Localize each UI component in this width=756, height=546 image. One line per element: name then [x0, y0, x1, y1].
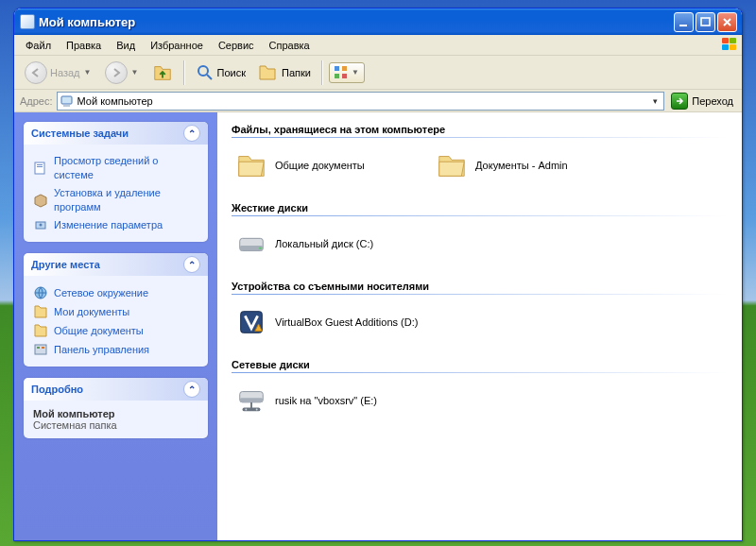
collapse-icon: ⌃	[183, 256, 200, 273]
system-tasks-title: Системные задачи	[31, 128, 129, 139]
my-computer-small-icon	[60, 94, 75, 109]
other-places-title: Другие места	[31, 259, 100, 270]
my-computer-icon	[20, 14, 35, 29]
back-arrow-icon	[25, 61, 47, 84]
titlebar[interactable]: Мой компьютер	[14, 9, 742, 35]
toolbar: Назад ▼ ▼ Поиск Папки ▼	[14, 56, 742, 90]
svg-rect-7	[61, 96, 72, 104]
network-icon	[33, 285, 48, 300]
details-name: Мой компьютер	[33, 408, 198, 419]
address-label: Адрес:	[20, 95, 53, 107]
go-button[interactable]: Переход	[668, 92, 736, 111]
search-button[interactable]: Поиск	[191, 60, 250, 85]
category-items: Локальный диск (C:)	[232, 222, 729, 275]
maximize-button[interactable]	[696, 12, 715, 32]
collapse-icon: ⌃	[183, 125, 200, 142]
system-tasks-header[interactable]: Системные задачи ⌃	[24, 122, 208, 145]
content-pane: Файлы, хранящиеся на этом компьютереОбщи…	[217, 112, 742, 540]
menubar: Файл Правка Вид Избранное Сервис Справка	[14, 35, 742, 56]
place-control-panel[interactable]: Панель управления	[33, 340, 198, 359]
category-items: Общие документыДокументы - Admin	[232, 144, 729, 196]
file-item-label: Общие документы	[275, 160, 365, 171]
svg-point-20	[259, 247, 261, 248]
back-button[interactable]: Назад ▼	[20, 59, 97, 87]
shared-folder-icon	[33, 323, 48, 338]
box-icon	[33, 193, 48, 208]
forward-dropdown-icon[interactable]: ▼	[130, 68, 140, 77]
menu-edit[interactable]: Правка	[59, 38, 109, 53]
folders-button[interactable]: Папки	[253, 60, 316, 85]
details-type: Системная папка	[33, 419, 198, 431]
folder-icon	[235, 149, 267, 181]
up-button[interactable]	[147, 60, 178, 86]
svg-rect-24	[243, 408, 261, 412]
views-button[interactable]: ▼	[329, 62, 365, 83]
folder-icon	[436, 149, 468, 181]
file-item[interactable]: Общие документы	[233, 147, 422, 183]
forward-button[interactable]: ▼	[100, 59, 145, 87]
menu-help[interactable]: Справка	[262, 38, 318, 53]
views-dropdown-icon[interactable]: ▼	[351, 68, 360, 77]
svg-rect-11	[37, 166, 43, 167]
details-header[interactable]: Подробно ⌃	[24, 378, 208, 401]
svg-rect-5	[335, 74, 339, 78]
explorer-window: Мой компьютер Файл Правка Вид Избранное …	[13, 8, 743, 541]
details-title: Подробно	[31, 384, 83, 395]
file-item-label: Документы - Admin	[475, 160, 568, 171]
system-tasks-panel: Системные задачи ⌃ Просмотр сведений о с…	[24, 122, 208, 242]
documents-icon	[33, 304, 48, 319]
svg-point-26	[256, 409, 258, 411]
category-header: Устройства со съемными носителями	[232, 281, 729, 297]
details-panel: Подробно ⌃ Мой компьютер Системная папка	[24, 378, 208, 438]
window-title: Мой компьютер	[39, 15, 135, 29]
window-body: Системные задачи ⌃ Просмотр сведений о с…	[14, 112, 742, 540]
address-input[interactable]: Мой компьютер ▾	[57, 92, 665, 111]
close-button[interactable]	[717, 12, 737, 32]
svg-point-25	[245, 409, 247, 411]
svg-rect-1	[701, 18, 710, 26]
svg-rect-4	[342, 66, 347, 71]
toolbar-separator	[321, 60, 323, 85]
folder-up-icon	[152, 62, 173, 83]
svg-rect-8	[63, 105, 70, 107]
svg-rect-16	[37, 347, 40, 349]
menu-favorites[interactable]: Избранное	[143, 38, 211, 53]
file-item[interactable]: Локальный диск (C:)	[233, 226, 422, 262]
file-item[interactable]: VirtualBox Guest Additions (D:)	[233, 304, 422, 340]
address-dropdown-icon[interactable]: ▾	[648, 96, 662, 106]
go-arrow-icon	[671, 93, 688, 110]
svg-rect-15	[35, 345, 46, 354]
svg-rect-9	[35, 162, 44, 174]
menu-tools[interactable]: Сервис	[211, 38, 262, 53]
hdd-icon	[235, 228, 267, 260]
folders-icon	[258, 63, 279, 82]
file-item-label: VirtualBox Guest Additions (D:)	[275, 316, 418, 328]
vbox-icon	[235, 306, 267, 338]
back-dropdown-icon[interactable]: ▼	[83, 68, 93, 77]
search-label: Поиск	[217, 67, 246, 78]
settings-icon	[33, 217, 48, 232]
category-items: VirtualBox Guest Additions (D:)	[232, 300, 729, 353]
place-my-documents[interactable]: Мои документы	[33, 302, 198, 321]
file-item[interactable]: Документы - Admin	[434, 147, 623, 183]
svg-point-2	[198, 66, 208, 76]
toolbar-separator	[183, 60, 185, 85]
file-item-label: Локальный диск (C:)	[275, 238, 373, 249]
svg-rect-10	[37, 164, 43, 165]
file-item-label: rusik на "vboxsrv" (E:)	[275, 395, 377, 406]
minimize-button[interactable]	[674, 12, 694, 32]
place-network[interactable]: Сетевое окружение	[33, 283, 198, 302]
svg-rect-17	[42, 347, 44, 349]
other-places-panel: Другие места ⌃ Сетевое окружение Мои док…	[24, 253, 208, 367]
file-item[interactable]: rusik на "vboxsrv" (E:)	[233, 383, 422, 418]
place-shared-documents[interactable]: Общие документы	[33, 321, 198, 340]
task-change-setting[interactable]: Изменение параметра	[33, 215, 198, 234]
windows-flag-icon	[721, 37, 738, 52]
menu-file[interactable]: Файл	[18, 38, 59, 53]
task-system-info[interactable]: Просмотр сведений о системе	[33, 152, 198, 184]
menu-view[interactable]: Вид	[109, 38, 143, 53]
task-add-remove-programs[interactable]: Установка и удаление программ	[33, 184, 198, 216]
other-places-header[interactable]: Другие места ⌃	[24, 253, 208, 276]
back-label: Назад	[50, 67, 80, 78]
search-icon	[196, 63, 215, 82]
